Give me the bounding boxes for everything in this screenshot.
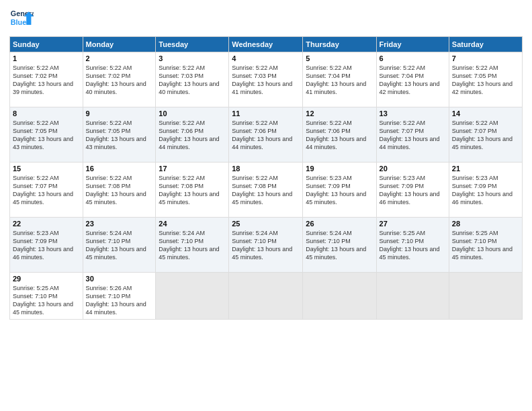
day-number: 4 <box>232 54 300 62</box>
day-info: Sunrise: 5:23 AMSunset: 7:09 PMDaylight:… <box>452 174 519 207</box>
logo-icon: General Blue <box>9 7 34 31</box>
day-number: 22 <box>13 220 80 228</box>
day-info: Sunrise: 5:22 AMSunset: 7:08 PMDaylight:… <box>232 174 300 207</box>
day-info: Sunrise: 5:22 AMSunset: 7:02 PMDaylight:… <box>13 64 80 97</box>
calendar-cell <box>303 273 376 320</box>
calendar-week-5: 29Sunrise: 5:25 AMSunset: 7:10 PMDayligh… <box>10 273 523 320</box>
day-info: Sunrise: 5:22 AMSunset: 7:02 PMDaylight:… <box>86 64 153 97</box>
calendar-cell: 10Sunrise: 5:22 AMSunset: 7:06 PMDayligh… <box>156 107 229 163</box>
calendar-cell: 8Sunrise: 5:22 AMSunset: 7:05 PMDaylight… <box>10 107 83 163</box>
calendar-cell: 20Sunrise: 5:23 AMSunset: 7:09 PMDayligh… <box>376 163 449 218</box>
calendar-cell: 7Sunrise: 5:22 AMSunset: 7:05 PMDaylight… <box>449 52 522 107</box>
day-info: Sunrise: 5:23 AMSunset: 7:09 PMDaylight:… <box>380 174 446 207</box>
calendar-cell: 14Sunrise: 5:22 AMSunset: 7:07 PMDayligh… <box>449 107 522 163</box>
day-info: Sunrise: 5:22 AMSunset: 7:08 PMDaylight:… <box>159 174 226 207</box>
calendar-cell: 25Sunrise: 5:24 AMSunset: 7:10 PMDayligh… <box>229 218 303 273</box>
day-info: Sunrise: 5:22 AMSunset: 7:04 PMDaylight:… <box>380 64 446 97</box>
day-info: Sunrise: 5:22 AMSunset: 7:07 PMDaylight:… <box>380 119 446 152</box>
day-number: 7 <box>452 54 519 62</box>
calendar-cell: 15Sunrise: 5:22 AMSunset: 7:07 PMDayligh… <box>10 163 83 218</box>
calendar-cell <box>156 273 229 320</box>
day-number: 1 <box>13 54 80 62</box>
calendar-cell: 19Sunrise: 5:23 AMSunset: 7:09 PMDayligh… <box>303 163 376 218</box>
day-number: 26 <box>306 220 373 228</box>
calendar-week-2: 8Sunrise: 5:22 AMSunset: 7:05 PMDaylight… <box>10 107 523 163</box>
calendar-week-4: 22Sunrise: 5:23 AMSunset: 7:09 PMDayligh… <box>10 218 523 273</box>
day-number: 16 <box>86 165 153 173</box>
calendar-cell <box>449 273 522 320</box>
day-number: 10 <box>159 109 226 118</box>
calendar-cell: 29Sunrise: 5:25 AMSunset: 7:10 PMDayligh… <box>10 273 83 320</box>
day-number: 24 <box>159 220 226 228</box>
day-info: Sunrise: 5:22 AMSunset: 7:05 PMDaylight:… <box>13 119 80 152</box>
calendar-cell: 13Sunrise: 5:22 AMSunset: 7:07 PMDayligh… <box>376 107 449 163</box>
day-number: 15 <box>13 165 80 173</box>
day-number: 3 <box>159 54 226 62</box>
day-number: 8 <box>13 109 80 118</box>
day-info: Sunrise: 5:25 AMSunset: 7:10 PMDaylight:… <box>452 229 519 262</box>
calendar-week-1: 1Sunrise: 5:22 AMSunset: 7:02 PMDaylight… <box>10 52 523 107</box>
calendar-cell: 27Sunrise: 5:25 AMSunset: 7:10 PMDayligh… <box>376 218 449 273</box>
day-number: 14 <box>452 109 519 118</box>
calendar-cell: 22Sunrise: 5:23 AMSunset: 7:09 PMDayligh… <box>10 218 83 273</box>
weekday-header-friday: Friday <box>376 37 449 52</box>
day-number: 21 <box>452 165 519 173</box>
weekday-header-saturday: Saturday <box>449 37 522 52</box>
day-number: 30 <box>86 275 153 283</box>
day-number: 23 <box>86 220 153 228</box>
calendar-cell: 3Sunrise: 5:22 AMSunset: 7:03 PMDaylight… <box>156 52 229 107</box>
weekday-header-thursday: Thursday <box>303 37 376 52</box>
calendar-cell: 23Sunrise: 5:24 AMSunset: 7:10 PMDayligh… <box>83 218 156 273</box>
day-info: Sunrise: 5:22 AMSunset: 7:06 PMDaylight:… <box>232 119 300 152</box>
calendar-cell: 6Sunrise: 5:22 AMSunset: 7:04 PMDaylight… <box>376 52 449 107</box>
day-number: 5 <box>306 54 373 62</box>
day-number: 9 <box>86 109 153 118</box>
day-info: Sunrise: 5:22 AMSunset: 7:07 PMDaylight:… <box>13 174 80 207</box>
calendar-cell: 24Sunrise: 5:24 AMSunset: 7:10 PMDayligh… <box>156 218 229 273</box>
calendar-cell: 16Sunrise: 5:22 AMSunset: 7:08 PMDayligh… <box>83 163 156 218</box>
day-info: Sunrise: 5:24 AMSunset: 7:10 PMDaylight:… <box>159 229 226 262</box>
day-number: 6 <box>380 54 446 62</box>
day-info: Sunrise: 5:22 AMSunset: 7:08 PMDaylight:… <box>86 174 153 207</box>
day-info: Sunrise: 5:25 AMSunset: 7:10 PMDaylight:… <box>380 229 446 262</box>
day-info: Sunrise: 5:24 AMSunset: 7:10 PMDaylight:… <box>306 229 373 262</box>
day-info: Sunrise: 5:22 AMSunset: 7:03 PMDaylight:… <box>159 64 226 97</box>
weekday-header-wednesday: Wednesday <box>229 37 303 52</box>
calendar-cell: 17Sunrise: 5:22 AMSunset: 7:08 PMDayligh… <box>156 163 229 218</box>
day-number: 25 <box>232 220 300 228</box>
calendar-cell: 4Sunrise: 5:22 AMSunset: 7:03 PMDaylight… <box>229 52 303 107</box>
weekday-header-tuesday: Tuesday <box>156 37 229 52</box>
day-number: 29 <box>13 275 80 283</box>
weekday-header-sunday: Sunday <box>10 37 83 52</box>
day-number: 28 <box>452 220 519 228</box>
day-number: 18 <box>232 165 300 173</box>
calendar-cell: 26Sunrise: 5:24 AMSunset: 7:10 PMDayligh… <box>303 218 376 273</box>
day-number: 13 <box>380 109 446 118</box>
weekday-header-row: SundayMondayTuesdayWednesdayThursdayFrid… <box>10 37 523 52</box>
calendar-cell: 18Sunrise: 5:22 AMSunset: 7:08 PMDayligh… <box>229 163 303 218</box>
day-info: Sunrise: 5:24 AMSunset: 7:10 PMDaylight:… <box>232 229 300 262</box>
day-info: Sunrise: 5:22 AMSunset: 7:07 PMDaylight:… <box>452 119 519 152</box>
calendar-cell <box>376 273 449 320</box>
weekday-header-monday: Monday <box>83 37 156 52</box>
day-info: Sunrise: 5:26 AMSunset: 7:10 PMDaylight:… <box>86 284 153 317</box>
header: General Blue <box>9 7 523 31</box>
day-number: 12 <box>306 109 373 118</box>
day-info: Sunrise: 5:23 AMSunset: 7:09 PMDaylight:… <box>13 229 80 262</box>
day-info: Sunrise: 5:22 AMSunset: 7:05 PMDaylight:… <box>452 64 519 97</box>
calendar-cell <box>229 273 303 320</box>
calendar-cell: 30Sunrise: 5:26 AMSunset: 7:10 PMDayligh… <box>83 273 156 320</box>
calendar-week-3: 15Sunrise: 5:22 AMSunset: 7:07 PMDayligh… <box>10 163 523 218</box>
day-info: Sunrise: 5:25 AMSunset: 7:10 PMDaylight:… <box>13 284 80 317</box>
day-info: Sunrise: 5:22 AMSunset: 7:03 PMDaylight:… <box>232 64 300 97</box>
day-info: Sunrise: 5:22 AMSunset: 7:05 PMDaylight:… <box>86 119 153 152</box>
calendar-cell: 11Sunrise: 5:22 AMSunset: 7:06 PMDayligh… <box>229 107 303 163</box>
day-info: Sunrise: 5:22 AMSunset: 7:06 PMDaylight:… <box>306 119 373 152</box>
calendar-cell: 2Sunrise: 5:22 AMSunset: 7:02 PMDaylight… <box>83 52 156 107</box>
day-info: Sunrise: 5:22 AMSunset: 7:06 PMDaylight:… <box>159 119 226 152</box>
day-number: 2 <box>86 54 153 62</box>
calendar-cell: 28Sunrise: 5:25 AMSunset: 7:10 PMDayligh… <box>449 218 522 273</box>
calendar-cell: 21Sunrise: 5:23 AMSunset: 7:09 PMDayligh… <box>449 163 522 218</box>
calendar-cell: 1Sunrise: 5:22 AMSunset: 7:02 PMDaylight… <box>10 52 83 107</box>
day-number: 11 <box>232 109 300 118</box>
